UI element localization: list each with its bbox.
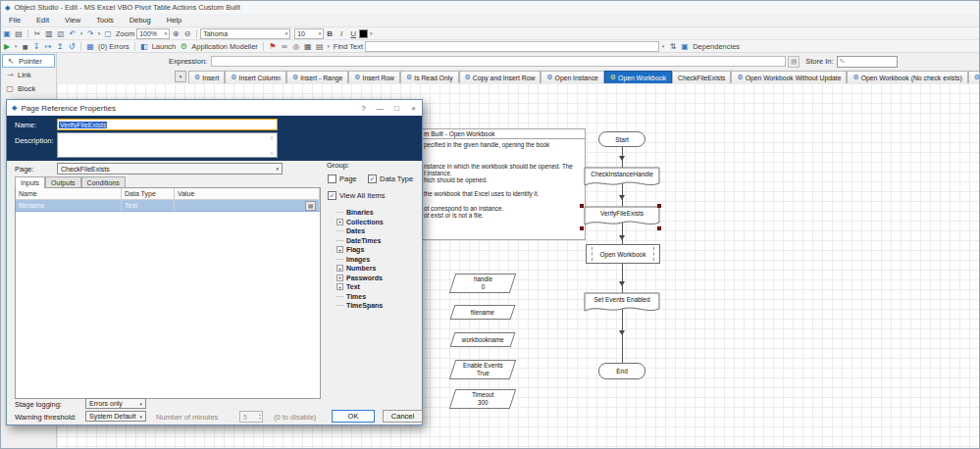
bold-button[interactable]: B (324, 28, 335, 39)
watch-icon[interactable]: ∞ (279, 41, 290, 52)
find-text-input[interactable] (365, 41, 659, 52)
data-item-workbookname[interactable]: workbookname (450, 332, 516, 347)
tree-item-numbers[interactable]: + Numbers (331, 264, 421, 274)
tab-checkfileexists[interactable]: CheckFileExists (672, 71, 731, 83)
view-grid-icon[interactable]: ▦ (302, 41, 314, 52)
tab-open-workbook[interactable]: ⚙ Open Workbook (604, 71, 672, 83)
save-icon[interactable]: ▣ (1, 28, 13, 39)
selection-handle[interactable] (657, 226, 661, 230)
view-all-items-option[interactable]: ✓ View All Items (328, 191, 386, 200)
view-all-items-checkbox[interactable]: ✓ (328, 191, 336, 200)
tool-pointer[interactable]: ↖ Pointer (2, 54, 55, 68)
tab-open-workbook-without-update[interactable]: ⚙ Open Workbook Without Update (731, 71, 847, 83)
menu-help[interactable]: Help (159, 16, 189, 25)
zoom-in-icon[interactable]: ⊕ (170, 28, 181, 39)
menu-edit[interactable]: Edit (28, 16, 57, 25)
cut-icon[interactable]: ✂ (31, 28, 43, 39)
tool-block[interactable]: ▢ Block (2, 82, 55, 95)
tab-is-read-only[interactable]: ⚙ Is Read Only (400, 71, 459, 83)
play-icon[interactable]: ▶ (1, 41, 13, 52)
minimize-button[interactable]: — (372, 100, 388, 116)
menu-view[interactable]: View (57, 16, 88, 25)
cell-value[interactable]: ▦ (175, 200, 320, 212)
zoom-out-icon[interactable]: ⊖ (181, 28, 193, 39)
stage-set-events-enabled[interactable]: Set Events Enabled (584, 292, 660, 316)
tab-open-workbook-with-timeout-input[interactable]: ⚙ Open Workbook with Timeout Input (968, 71, 979, 83)
expression-input[interactable] (211, 56, 786, 67)
tab-insert-row[interactable]: ⚙ Insert Row (348, 71, 400, 83)
warning-threshold-select[interactable]: System Default ▾ (85, 411, 146, 422)
menu-file[interactable]: File (1, 16, 28, 25)
print-icon[interactable]: ▤ (13, 28, 25, 39)
data-type-checkbox[interactable]: ✓ (368, 175, 377, 183)
help-button[interactable]: ? (355, 100, 372, 116)
step-out-icon[interactable]: ↥ (54, 41, 66, 52)
stage-logging-select[interactable]: Errors only ▾ (85, 398, 146, 409)
paste-icon[interactable]: ▧ (55, 28, 67, 39)
step-over-icon[interactable]: ↦ (42, 41, 54, 52)
tab-insert-column[interactable]: ⚙ Insert Column (225, 71, 286, 83)
maximize-button[interactable]: □ (388, 100, 405, 116)
page-icon[interactable]: ▢ (102, 28, 114, 39)
dependencies-icon[interactable]: ▣ (679, 41, 691, 52)
menu-debug[interactable]: Debug (122, 16, 159, 25)
data-item-enable-events[interactable]: Enable Events True (449, 360, 516, 379)
zoom-select[interactable]: 100% ▾ (136, 28, 170, 39)
column-header-data-type[interactable]: Data Type (122, 188, 175, 200)
stage-checkinstancehandle[interactable]: CheckInstanceHandle (584, 167, 660, 190)
stage-verifyfileexists[interactable]: VerifyFileExists (584, 206, 660, 229)
tree-item-passwords[interactable]: + Passwords (331, 274, 421, 283)
step-into-icon[interactable]: ↧ (30, 41, 42, 52)
description-input[interactable]: ∧ ∨ (57, 132, 278, 158)
column-header-value[interactable]: Value (175, 188, 320, 200)
scrollbar[interactable]: ∧ ∨ (268, 134, 276, 156)
errors-label[interactable]: (0) Errors (96, 42, 131, 51)
group-page-option[interactable]: Page (328, 175, 357, 183)
stage-end[interactable]: End (598, 363, 645, 379)
selection-handle[interactable] (580, 204, 584, 208)
expand-icon[interactable]: + (336, 274, 343, 281)
copy-icon[interactable]: ▥ (43, 28, 55, 39)
dialog-titlebar[interactable]: ◆ Page Reference Properties ? — □ × (7, 100, 422, 116)
find-next-icon[interactable]: ⇅ (667, 41, 679, 52)
tree-item-flags[interactable]: + Flags (331, 245, 421, 255)
scroll-up-icon[interactable]: ∧ (270, 134, 274, 140)
tree-item-datetimes[interactable]: DateTimes (331, 236, 421, 246)
tab-insert[interactable]: ⚙ Insert (188, 71, 225, 83)
tool-link[interactable]: ⊸ Link (2, 69, 55, 81)
reset-icon[interactable]: ↺ (66, 41, 77, 52)
expand-icon[interactable]: + (336, 265, 343, 272)
close-button[interactable]: × (405, 100, 422, 116)
stage-start[interactable]: Start (598, 131, 645, 147)
tree-item-binaries[interactable]: Binaries (331, 208, 421, 218)
search-icon[interactable]: ◎ (290, 41, 302, 52)
dependencies-label[interactable]: Dependencies (691, 42, 742, 51)
expand-icon[interactable]: + (336, 246, 343, 253)
store-in-field[interactable]: ✎ (837, 56, 898, 68)
redo-icon[interactable]: ↷ (84, 28, 96, 39)
pause-icon[interactable]: ▮▮ (19, 41, 30, 52)
font-family-select[interactable]: Tahoma ▾ (200, 28, 290, 39)
find-dropdown-icon[interactable]: ▾ (659, 41, 667, 52)
tree-item-text[interactable]: + Text (331, 282, 421, 292)
tab-insert-range[interactable]: ⚙ Insert - Range (286, 71, 348, 83)
view-list-icon[interactable]: ▤ (314, 41, 326, 52)
selection-handle[interactable] (657, 204, 661, 208)
stage-open-workbook[interactable]: Open Workbook (586, 244, 660, 264)
tab-list-dropdown[interactable]: ▾ (175, 71, 186, 82)
undo-icon[interactable]: ↶ (67, 28, 78, 39)
group-data-type-option[interactable]: ✓ Data Type (368, 175, 413, 183)
application-modeller-icon[interactable]: ⚙ (178, 41, 189, 52)
application-modeller-label[interactable]: Application Modeller (189, 42, 260, 51)
tree-item-images[interactable]: Images (331, 255, 421, 265)
tree-item-times[interactable]: Times (331, 292, 421, 302)
underline-button[interactable]: U (347, 28, 359, 39)
breakpoint-flag-icon[interactable]: ⚑ (267, 41, 279, 52)
cancel-button[interactable]: Cancel (383, 410, 423, 423)
tab-copy-and-insert-row[interactable]: ⚙ Copy and Insert Row (459, 71, 542, 83)
selection-handle[interactable] (580, 226, 584, 230)
data-item-timeout[interactable]: Timeout 300 (449, 389, 516, 409)
tree-item-timespans[interactable]: TimeSpans (331, 301, 421, 311)
value-editor-button[interactable]: ▦ (305, 201, 316, 211)
tab-open-instance[interactable]: ⚙ Open Instance (541, 71, 604, 83)
